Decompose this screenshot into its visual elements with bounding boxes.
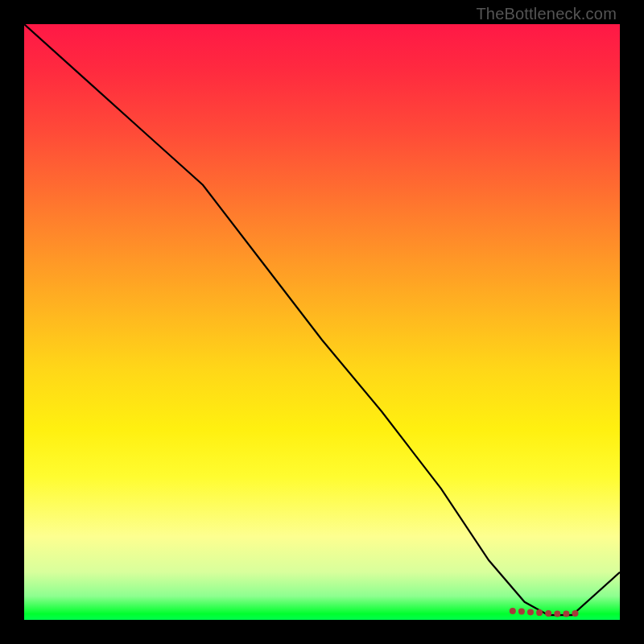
watermark-text: TheBottleneck.com — [476, 5, 617, 23]
chart-container: { "watermark": "TheBottleneck.com", "cha… — [0, 0, 644, 644]
plot-background — [24, 24, 620, 620]
